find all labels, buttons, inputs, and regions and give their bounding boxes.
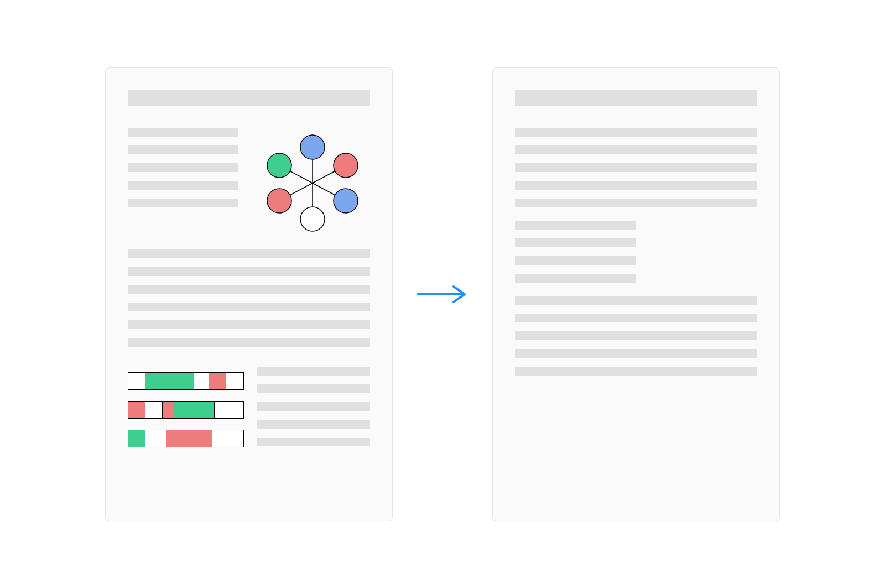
segment-bars — [128, 367, 244, 455]
source-bottom-text — [257, 367, 370, 455]
source-document — [105, 67, 393, 521]
text-line — [128, 320, 370, 329]
text-line — [257, 438, 370, 446]
svg-point-7 — [267, 153, 291, 178]
text-line — [257, 367, 370, 376]
text-line — [515, 145, 757, 154]
text-line — [515, 367, 757, 376]
text-line — [515, 314, 757, 322]
target-text-block-2 — [515, 221, 757, 292]
text-line — [515, 221, 636, 230]
text-line — [515, 128, 757, 137]
text-line — [128, 181, 238, 190]
svg-point-11 — [300, 207, 325, 231]
segment-bar-3 — [128, 430, 244, 447]
segment-bar-2 — [128, 401, 244, 419]
target-document — [492, 67, 780, 521]
text-line — [128, 285, 370, 294]
source-top-row — [128, 128, 370, 238]
svg-point-6 — [300, 135, 325, 159]
text-line — [257, 384, 370, 393]
source-middle-text — [128, 249, 370, 356]
text-line — [515, 274, 636, 283]
text-line — [128, 163, 238, 172]
target-title-bar — [515, 90, 757, 106]
text-line — [128, 128, 238, 137]
text-line — [515, 163, 757, 172]
text-line — [515, 331, 757, 340]
network-graph-icon — [252, 128, 373, 238]
text-line — [515, 256, 636, 265]
target-text-block-1 — [515, 128, 757, 216]
transform-arrow — [415, 283, 470, 305]
source-bottom-row — [128, 367, 370, 455]
text-line — [128, 267, 370, 276]
text-line — [515, 199, 757, 207]
svg-point-10 — [334, 189, 358, 213]
text-line — [257, 420, 370, 429]
text-line — [128, 145, 238, 154]
text-line — [515, 349, 757, 358]
text-line — [128, 338, 370, 347]
source-top-text — [128, 128, 238, 238]
text-line — [128, 199, 238, 207]
svg-point-9 — [267, 189, 291, 213]
segment-bar-1 — [128, 372, 244, 390]
text-line — [128, 249, 370, 258]
source-title-bar — [128, 90, 370, 106]
text-line — [515, 296, 757, 305]
text-line — [515, 181, 757, 190]
text-line — [515, 238, 636, 247]
target-text-block-3 — [515, 296, 757, 384]
text-line — [257, 402, 370, 411]
network-graph-container — [252, 128, 373, 238]
arrow-right-icon — [415, 283, 470, 305]
text-line — [128, 303, 370, 311]
svg-point-8 — [334, 153, 358, 178]
